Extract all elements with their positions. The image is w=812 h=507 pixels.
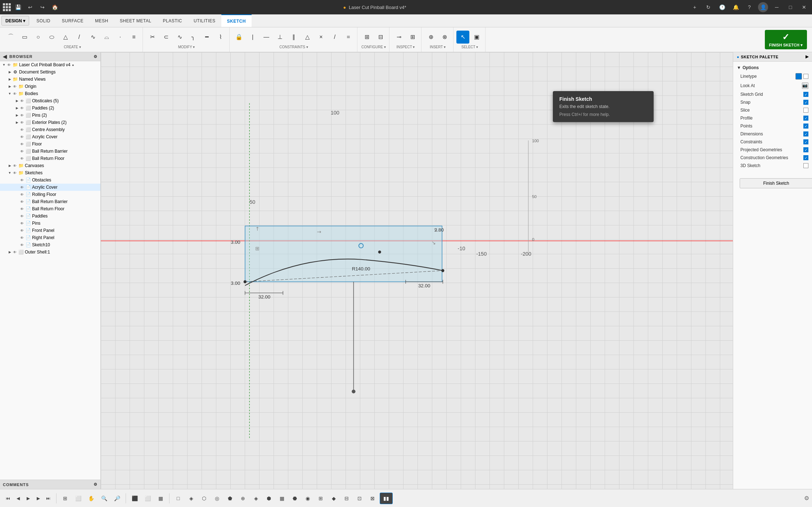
- constgeom-checkbox[interactable]: ✓: [803, 155, 808, 160]
- eye-icon-barrier-sk[interactable]: 👁: [19, 199, 24, 204]
- sketch-tool-13[interactable]: ◆: [328, 493, 339, 504]
- eye-icon-pins[interactable]: 👁: [19, 113, 24, 118]
- tree-item-sketches[interactable]: ▼ 👁 📁 Sketches: [0, 169, 100, 176]
- conic-tool[interactable]: ⌓: [100, 31, 113, 44]
- tree-arrow-frontpanel-sk[interactable]: ▶: [14, 228, 19, 233]
- tree-arrow-barrier-body[interactable]: ▶: [14, 149, 19, 154]
- tree-item-centre[interactable]: ▶ 👁 ⬜ Centre Assembly: [0, 126, 100, 133]
- maximize-btn[interactable]: □: [785, 2, 795, 12]
- tree-arrow-sketches[interactable]: ▼: [7, 170, 12, 175]
- eye-icon-obstacles[interactable]: 👁: [19, 98, 24, 103]
- tree-item-frontpanel-sk[interactable]: ▶ 👁 📄 Front Panel: [0, 227, 100, 234]
- tree-item-obstacles-sk[interactable]: ▶ 👁 📄 Obstacles: [0, 176, 100, 184]
- line-tool[interactable]: /: [73, 31, 86, 44]
- eye-icon-bodies[interactable]: 👁: [12, 91, 17, 96]
- sketch-tool-3[interactable]: ⬡: [198, 493, 210, 504]
- eye-icon-exterior[interactable]: 👁: [19, 120, 24, 125]
- sketch-tool-10[interactable]: ⬣: [289, 493, 301, 504]
- tree-item-outershell[interactable]: ▶ 👁 ⬜ Outer Shell:1: [0, 248, 100, 256]
- sketch-tool-12[interactable]: ⊞: [315, 493, 326, 504]
- sketch-tool-1[interactable]: □: [172, 493, 184, 504]
- fillet-tool[interactable]: ╮: [187, 31, 200, 44]
- measure-tool[interactable]: ⊸: [392, 31, 405, 44]
- inspect-label[interactable]: INSPECT ▾: [397, 45, 415, 49]
- view-tool-1[interactable]: ⊞: [59, 493, 71, 504]
- tab-sketch[interactable]: SKETCH: [221, 14, 252, 27]
- eye-icon-ballfloor-sk[interactable]: 👁: [19, 206, 24, 211]
- tab-plastic[interactable]: PLASTIC: [157, 14, 188, 27]
- clock-btn[interactable]: 🕐: [717, 2, 727, 12]
- design-dropdown-btn[interactable]: DESIGN ▾: [1, 16, 29, 26]
- create-label[interactable]: CREATE ▾: [64, 45, 81, 49]
- notification-btn[interactable]: 🔔: [731, 2, 741, 12]
- point-tool[interactable]: ·: [114, 31, 127, 44]
- tab-solid[interactable]: SOLID: [31, 14, 56, 27]
- dimensions-checkbox[interactable]: ✓: [803, 131, 808, 136]
- close-btn[interactable]: ✕: [799, 2, 809, 12]
- next-btn[interactable]: ▶: [33, 493, 43, 503]
- home-btn[interactable]: 🏠: [50, 2, 60, 12]
- coinc-tool[interactable]: ×: [315, 31, 328, 44]
- eye-icon-paddles[interactable]: 👁: [19, 106, 24, 111]
- tab-surface[interactable]: SURFACE: [56, 14, 89, 27]
- linetype-checkbox[interactable]: [803, 74, 808, 79]
- constraints-checkbox[interactable]: ✓: [803, 139, 808, 144]
- ellipse-tool[interactable]: ⬭: [45, 31, 58, 44]
- tangent-tool[interactable]: △: [301, 31, 314, 44]
- insert-tool2[interactable]: ⊗: [438, 31, 451, 44]
- tree-item-docsettings[interactable]: ▶ ⚙ Document Settings: [0, 68, 100, 76]
- tree-arrow-sketch10[interactable]: ▶: [14, 242, 19, 247]
- tree-item-rolling-sk[interactable]: ▶ 👁 📄 Rolling Floor: [0, 191, 100, 198]
- tree-item-paddles[interactable]: ▶ 👁 ⬜ Paddles (2): [0, 104, 100, 112]
- tree-arrow-ballfloor-sk[interactable]: ▶: [14, 206, 19, 211]
- eye-icon-sketches[interactable]: 👁: [12, 170, 17, 175]
- tree-item-exterior[interactable]: ▶ 👁 ⬜ Exterior Plates (2): [0, 119, 100, 126]
- offset-tool[interactable]: ≡: [127, 31, 140, 44]
- lookat-icon[interactable]: 📷: [802, 82, 808, 89]
- sketch-tool-8[interactable]: ⬢: [263, 493, 275, 504]
- eye-icon-barrier-body[interactable]: 👁: [19, 149, 24, 154]
- equal-tool[interactable]: =: [342, 31, 355, 44]
- configure-tool1[interactable]: ⊞: [360, 31, 373, 44]
- offset-crv-tool[interactable]: ⌇: [214, 31, 227, 44]
- display-tool-1[interactable]: ⬛: [129, 493, 140, 504]
- add-tab-btn[interactable]: +: [690, 2, 700, 12]
- eye-icon-canvases[interactable]: 👁: [12, 163, 17, 168]
- finish-sketch-btn[interactable]: ✓ FINISH SKETCH ▾: [765, 30, 807, 49]
- tree-arrow-root[interactable]: ▼: [1, 62, 6, 67]
- view-tool-2[interactable]: ⬜: [72, 493, 84, 504]
- comments-settings-icon[interactable]: ⚙: [94, 482, 98, 487]
- tree-item-namedviews[interactable]: ▶ 📁 Named Views: [0, 76, 100, 83]
- tree-arrow-ballfloor-body[interactable]: ▶: [14, 156, 19, 161]
- tree-arrow-pins-sk[interactable]: ▶: [14, 221, 19, 226]
- tree-arrow-acrylic-body[interactable]: ▶: [14, 134, 19, 139]
- collinear-tool[interactable]: /: [328, 31, 341, 44]
- tree-item-rightpanel-sk[interactable]: ▶ 👁 📄 Right Panel: [0, 234, 100, 241]
- polygon-tool[interactable]: △: [59, 31, 72, 44]
- spline-tool[interactable]: ∿: [86, 31, 99, 44]
- tree-item-sketch10[interactable]: ▶ 👁 📄 Sketch10: [0, 241, 100, 248]
- save-btn[interactable]: 💾: [13, 2, 23, 12]
- sketch-tool-7[interactable]: ◈: [250, 493, 262, 504]
- tree-arrow-rightpanel-sk[interactable]: ▶: [14, 235, 19, 240]
- projgeom-checkbox[interactable]: ✓: [803, 147, 808, 152]
- eye-icon-rightpanel-sk[interactable]: 👁: [19, 235, 24, 240]
- sketch-tool-4[interactable]: ◎: [211, 493, 223, 504]
- tree-arrow-exterior[interactable]: ▶: [14, 120, 19, 125]
- options-header[interactable]: ▼ Options: [733, 64, 812, 72]
- tree-item-acrylic-sk[interactable]: ▶ 👁 📄 Acrylic Cover: [0, 184, 100, 191]
- eye-icon-pins-sk[interactable]: 👁: [19, 221, 24, 226]
- eye-icon-obstacles-sk[interactable]: 👁: [19, 178, 24, 183]
- redo-btn[interactable]: ↪: [37, 2, 48, 12]
- sketch-tool-9[interactable]: ▦: [276, 493, 288, 504]
- linetype-swatch[interactable]: [795, 73, 802, 80]
- parallel-tool[interactable]: ∥: [287, 31, 300, 44]
- eye-icon-root[interactable]: 👁: [6, 62, 12, 67]
- tree-item-pins[interactable]: ▶ 👁 ⬜ Pins (2): [0, 112, 100, 119]
- tree-arrow-bodies[interactable]: ▼: [7, 91, 12, 96]
- skip-end-btn[interactable]: ⏭: [43, 493, 53, 503]
- tree-arrow-obstacles-sk[interactable]: ▶: [14, 178, 19, 183]
- configure-label[interactable]: CONFIGURE ▾: [361, 45, 386, 49]
- play-btn[interactable]: ▶: [23, 493, 33, 503]
- tree-item-bodies[interactable]: ▼ 👁 📁 Bodies: [0, 90, 100, 97]
